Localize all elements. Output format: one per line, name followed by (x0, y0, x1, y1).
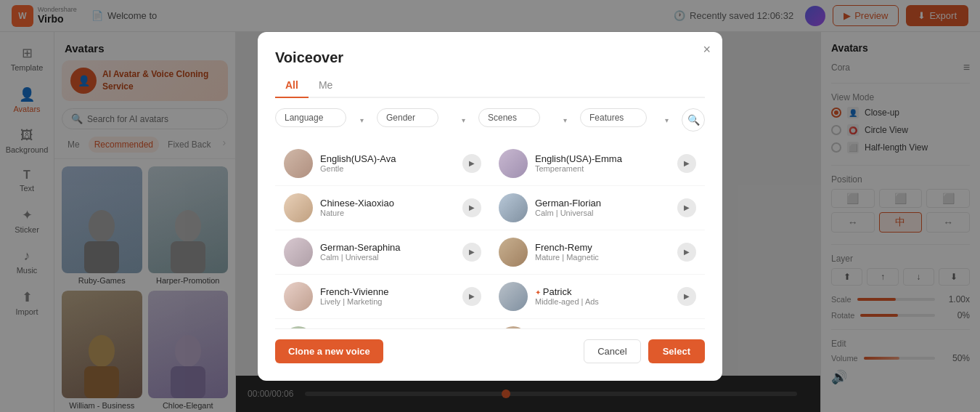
language-filter-wrap: Language (275, 108, 371, 132)
language-filter[interactable]: Language (275, 108, 346, 127)
voice-name-emma: English(USA)-Emma (535, 153, 670, 164)
voice-avatar-xiaoxiao (284, 193, 313, 222)
voiceover-modal: × Voiceover All Me Language Gender Scene… (258, 32, 722, 381)
voice-play-remy[interactable]: ▶ (677, 243, 696, 262)
voice-play-florian[interactable]: ▶ (677, 198, 696, 217)
voice-item-remy[interactable]: French-Remy Mature | Magnetic ▶ (490, 230, 705, 275)
voice-item-emma[interactable]: English(USA)-Emma Temperament ▶ (490, 142, 705, 186)
voice-name-seraphina: German-Seraphina (320, 242, 455, 253)
modal-tab-all[interactable]: All (275, 75, 309, 98)
voice-name-ava: English(USA)-Ava (320, 153, 455, 164)
voice-item-florian[interactable]: German-Florian Calm | Universal ▶ (490, 186, 705, 230)
voice-play-xiaoxiao[interactable]: ▶ (462, 198, 481, 217)
voice-item-ava[interactable]: English(USA)-Ava Gentle ▶ (275, 142, 490, 186)
voice-search-button[interactable]: 🔍 (682, 108, 705, 132)
voice-tag-patrick: Middle-aged | Ads (535, 297, 670, 306)
voice-name-xiaoxiao: Chinese-Xiaoxiao (320, 198, 455, 209)
voice-item-adam[interactable]: ✦ Adam Youth | Product Reviews ▶ (275, 319, 490, 328)
voice-item-grace[interactable]: ✦ Grace Middle-aged | Tutorial ▶ (490, 319, 705, 328)
voice-name-remy: French-Remy (535, 242, 670, 253)
voice-avatar-vivienne (284, 282, 313, 311)
voice-info-vivienne: French-Vivienne Lively | Marketing (320, 286, 455, 306)
voice-name-florian: German-Florian (535, 198, 670, 209)
voice-tag-seraphina: Calm | Universal (320, 253, 455, 262)
voice-name-patrick: ✦ Patrick (535, 286, 670, 297)
filter-row: Language Gender Scenes Features 🔍 (275, 108, 705, 132)
modal-overlay[interactable]: × Voiceover All Me Language Gender Scene… (0, 0, 980, 412)
clone-voice-button[interactable]: Clone a new voice (275, 339, 383, 363)
voice-avatar-seraphina (284, 238, 313, 267)
voice-info-emma: English(USA)-Emma Temperament (535, 153, 670, 173)
voice-tag-ava: Gentle (320, 164, 455, 173)
voice-play-seraphina[interactable]: ▶ (462, 243, 481, 262)
voice-tag-xiaoxiao: Nature (320, 209, 455, 217)
voice-avatar-remy (499, 238, 528, 267)
voice-item-xiaoxiao[interactable]: Chinese-Xiaoxiao Nature ▶ (275, 186, 490, 230)
modal-tab-me[interactable]: Me (309, 75, 343, 98)
footer-right-buttons: Cancel Select (584, 339, 705, 363)
voice-info-seraphina: German-Seraphina Calm | Universal (320, 242, 455, 262)
voice-info-ava: English(USA)-Ava Gentle (320, 153, 455, 173)
gender-filter-wrap: Gender (377, 108, 473, 132)
voice-list: English(USA)-Ava Gentle ▶ English(USA)-E… (275, 142, 705, 328)
voice-play-emma[interactable]: ▶ (677, 154, 696, 173)
voice-info-xiaoxiao: Chinese-Xiaoxiao Nature (320, 198, 455, 217)
gender-filter[interactable]: Gender (377, 108, 438, 127)
scenes-filter[interactable]: Scenes (478, 108, 540, 127)
voice-avatar-florian (499, 193, 528, 222)
voice-tag-remy: Mature | Magnetic (535, 253, 670, 262)
features-filter-wrap: Features (580, 108, 676, 132)
modal-footer: Clone a new voice Cancel Select (275, 328, 705, 363)
voice-item-patrick[interactable]: ✦ Patrick Middle-aged | Ads ▶ (490, 275, 705, 319)
modal-close-button[interactable]: × (703, 42, 711, 57)
voice-item-seraphina[interactable]: German-Seraphina Calm | Universal ▶ (275, 230, 490, 275)
voice-avatar-emma (499, 149, 528, 178)
voice-name-vivienne: French-Vivienne (320, 286, 455, 297)
scenes-filter-wrap: Scenes (478, 108, 574, 132)
modal-tabs: All Me (275, 75, 705, 98)
voice-play-vivienne[interactable]: ▶ (462, 287, 481, 306)
voice-avatar-ava (284, 149, 313, 178)
voice-tag-emma: Temperament (535, 164, 670, 173)
modal-title: Voiceover (275, 49, 705, 66)
features-filter[interactable]: Features (580, 108, 647, 127)
voice-play-patrick[interactable]: ▶ (677, 287, 696, 306)
voice-tag-vivienne: Lively | Marketing (320, 297, 455, 306)
voice-play-ava[interactable]: ▶ (462, 154, 481, 173)
voice-info-patrick: ✦ Patrick Middle-aged | Ads (535, 286, 670, 306)
voice-info-remy: French-Remy Mature | Magnetic (535, 242, 670, 262)
voice-tag-florian: Calm | Universal (535, 209, 670, 217)
cancel-button[interactable]: Cancel (584, 339, 640, 363)
select-button[interactable]: Select (648, 339, 705, 363)
voice-avatar-patrick (499, 282, 528, 311)
voice-info-florian: German-Florian Calm | Universal (535, 198, 670, 217)
voice-item-vivienne[interactable]: French-Vivienne Lively | Marketing ▶ (275, 275, 490, 319)
